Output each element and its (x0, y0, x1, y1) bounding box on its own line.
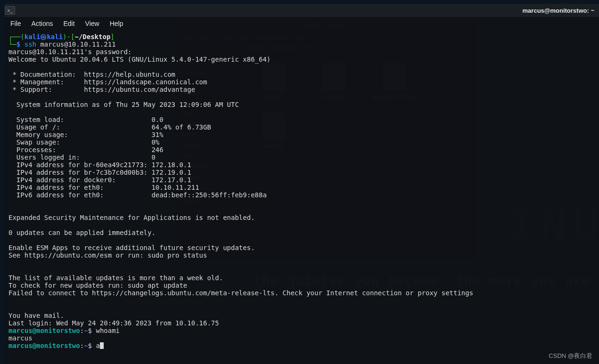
shell-prompt-path: ~ (84, 327, 88, 334)
esm-line: Expanded Security Maintenance for Applic… (8, 214, 255, 221)
shell-prompt-dollar: $ (88, 342, 96, 349)
mail-line: You have mail. (8, 312, 64, 319)
menu-view[interactable]: View (85, 20, 99, 27)
terminal-menubar: File Actions Edit View Help (5, 17, 599, 30)
sysinfo-row: IPv4 address for br-60ea49c21773: 172.18… (8, 161, 191, 169)
sysinfo-row: IPv4 address for br-7c3b7c0d00b3: 172.19… (8, 169, 191, 176)
prompt-path: ~/Desktop (74, 33, 110, 40)
sysinfo-row: System load: 0.0 (8, 116, 164, 123)
sysinfo-row: Memory usage: 31% (8, 131, 164, 138)
shell-cmd-whoami: whoami (96, 327, 120, 334)
stale-updates-line: The list of available updates is more th… (8, 274, 223, 282)
shell-prompt-colon: : (80, 327, 84, 334)
sysinfo-row: Processes: 246 (8, 146, 164, 154)
terminal-body[interactable]: ┌──(kali㉿kali)-[~/Desktop] └─$ ssh marcu… (5, 30, 599, 350)
window-titlebar[interactable]: >_ marcus@monitorstwo: ~ (5, 4, 599, 17)
prompt-user: kali㉿kali (25, 33, 63, 40)
last-login-line: Last login: Wed May 24 20:49:36 2023 fro… (8, 319, 219, 327)
prompt-dollar: $ (16, 40, 25, 48)
prompt-paren: )-[ (63, 33, 74, 40)
sysinfo-row: Users logged in: 0 (8, 154, 156, 161)
ssh-link: * Management: https://landscape.canonica… (8, 78, 207, 86)
sysinfo-row: Usage of /: 64.4% of 6.73GB (8, 123, 211, 131)
cmd-ssh-args: marcus@10.10.11.211 (36, 40, 116, 48)
ssh-link: * Documentation: https://help.ubuntu.com (8, 71, 175, 78)
shell-typed-cmd[interactable]: a (96, 342, 99, 349)
sysinfo-row: IPv4 address for eth0: 10.10.11.211 (8, 184, 199, 191)
terminal-icon: >_ (5, 6, 15, 15)
shell-prompt-colon: : (80, 342, 84, 349)
shell-output-whoami: marcus (8, 334, 33, 342)
sysinfo-row: IPv6 address for eth0: dead:beef::250:56… (8, 191, 267, 199)
stale-updates-line: To check for new updates run: sudo apt u… (8, 282, 187, 289)
esm-enable-line: Enable ESM Apps to receive additional fu… (8, 244, 255, 251)
menu-help[interactable]: Help (110, 20, 123, 27)
sysinfo-row: Swap usage: 0% (8, 138, 159, 146)
ssh-welcome: Welcome to Ubuntu 20.04.6 LTS (GNU/Linux… (8, 56, 271, 63)
ssh-password-prompt: marcus@10.10.11.211's password: (8, 48, 131, 56)
menu-actions[interactable]: Actions (32, 20, 53, 27)
terminal-cursor (100, 342, 104, 349)
prompt-corner: ┌──( (8, 33, 25, 40)
ssh-link: * Support: https://ubuntu.com/advantage (8, 86, 195, 93)
prompt-corner2: └─ (8, 40, 16, 48)
sysinfo-row: IPv4 address for docker0: 172.17.0.1 (8, 176, 191, 184)
prompt-end: ] (110, 33, 114, 40)
menu-edit[interactable]: Edit (63, 20, 74, 27)
shell-prompt-userhost: marcus@monitorstwo (8, 327, 80, 334)
shell-prompt-dollar: $ (88, 327, 96, 334)
connect-fail-line: Failed to connect to https://changelogs.… (8, 289, 473, 297)
esm-enable-line: See https://ubuntu.com/esm or run: sudo … (8, 251, 207, 259)
watermark: CSDN @夜白君 (549, 352, 592, 360)
updates-line: 0 updates can be applied immediately. (8, 229, 156, 236)
cmd-ssh: ssh (25, 40, 36, 48)
shell-prompt-path: ~ (84, 342, 88, 349)
terminal-window[interactable]: File Actions Edit View Help ┌──(kali㉿kal… (5, 17, 599, 364)
shell-prompt-userhost: marcus@monitorstwo (8, 342, 80, 349)
sysinfo-header: System information as of Thu 25 May 2023… (8, 101, 239, 108)
window-title: marcus@monitorstwo: ~ (523, 7, 594, 14)
menu-file[interactable]: File (10, 20, 21, 27)
